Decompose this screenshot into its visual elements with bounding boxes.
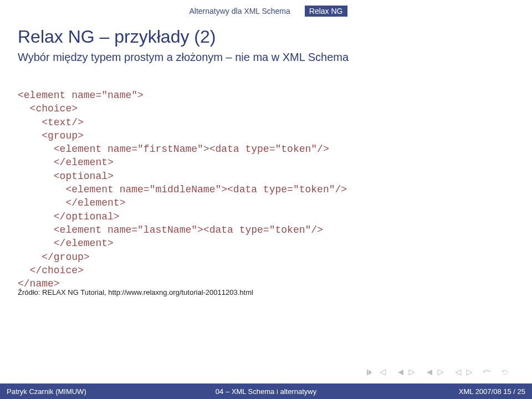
nav-controls <box>367 368 510 377</box>
breadcrumb-section: Alternatywy dla XML Schema <box>185 6 294 17</box>
nav-back-icon[interactable] <box>482 368 492 377</box>
nav-first-icon[interactable] <box>367 369 388 376</box>
nav-prev-icon[interactable] <box>396 369 417 376</box>
footer: Patryk Czarnik (MIMUW) 04 – XML Schema i… <box>0 383 532 399</box>
page-title: Relax NG – przykłady (2) <box>18 27 216 47</box>
footer-title: 04 – XML Schema i alternatywy <box>0 387 532 396</box>
svg-rect-0 <box>367 370 368 375</box>
source-citation: Źródło: RELAX NG Tutorial, http://www.re… <box>18 288 253 296</box>
breadcrumb-subsection: Relax NG <box>305 6 347 17</box>
page-subtitle: Wybór między typem prostym a złożonym – … <box>18 51 349 64</box>
nav-next-icon[interactable] <box>424 369 446 376</box>
nav-cycle-icon[interactable] <box>500 368 510 377</box>
breadcrumb: Alternatywy dla XML Schema Relax NG <box>0 6 532 17</box>
code-block: <element name="name"> <choice> <text/> <… <box>18 89 347 290</box>
nav-last-icon[interactable] <box>453 369 474 376</box>
